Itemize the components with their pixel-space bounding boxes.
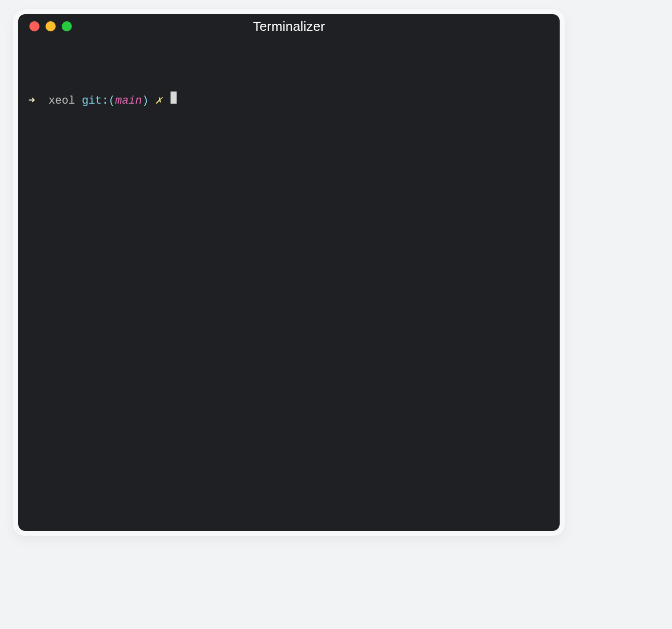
window-title: Terminalizer <box>18 19 560 34</box>
prompt-paren-open: ( <box>108 94 115 109</box>
terminal-window: Terminalizer ➜ xeol git: ( main ) ✗ <box>18 14 560 531</box>
prompt-cwd: xeol <box>49 94 75 109</box>
cursor-icon <box>171 92 177 104</box>
prompt-arrow-icon: ➜ <box>28 94 35 109</box>
prompt-branch: main <box>115 94 142 109</box>
titlebar: Terminalizer <box>18 14 560 38</box>
prompt-line: ➜ xeol git: ( main ) ✗ <box>28 92 550 109</box>
window-frame: Terminalizer ➜ xeol git: ( main ) ✗ <box>13 9 565 536</box>
prompt-paren-close: ) <box>142 94 149 109</box>
terminal-body[interactable]: ➜ xeol git: ( main ) ✗ <box>18 38 560 531</box>
prompt-dirty-icon: ✗ <box>155 94 162 109</box>
prompt-git-label: git: <box>82 94 109 109</box>
